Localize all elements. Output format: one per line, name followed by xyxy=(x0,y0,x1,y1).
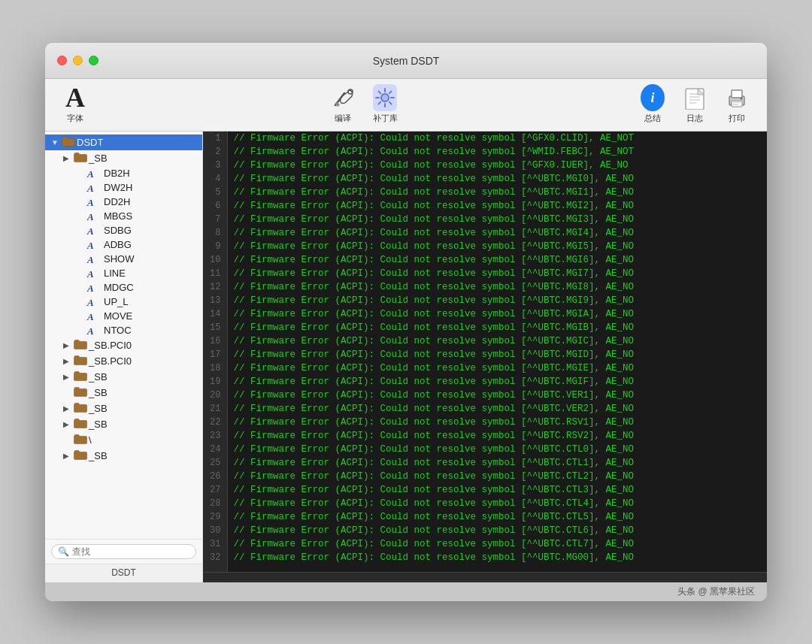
folder-icon xyxy=(74,339,87,352)
folder-icon xyxy=(74,402,87,415)
tree-arrow: ▶ xyxy=(63,420,72,428)
code-line: 4// Firmware Error (ACPI): Could not res… xyxy=(203,172,767,186)
svg-text:A: A xyxy=(86,325,94,336)
code-line: 32// Firmware Error (ACPI): Could not re… xyxy=(203,551,767,564)
tree-item-dsdt[interactable]: ▼ DSDT xyxy=(45,135,202,150)
code-line: 9// Firmware Error (ACPI): Could not res… xyxy=(203,240,767,253)
line-content: // Firmware Error (ACPI): Could not reso… xyxy=(227,416,767,429)
tree-item-label: \ xyxy=(89,434,92,446)
method-icon: A xyxy=(86,183,99,193)
attribution: 头条 @ 黑苹果社区 xyxy=(45,582,767,601)
code-line: 18// Firmware Error (ACPI): Could not re… xyxy=(203,361,767,375)
tree-item-mbgs[interactable]: AMBGS xyxy=(45,209,202,223)
svg-text:A: A xyxy=(86,197,94,207)
line-number: 23 xyxy=(203,429,227,443)
tree-item-sdbg[interactable]: ASDBG xyxy=(45,223,202,237)
tree-item-label: MBGS xyxy=(104,210,132,222)
svg-text:A: A xyxy=(86,254,94,265)
tree-item-sb1[interactable]: ▶ _SB xyxy=(45,150,202,166)
print-label: 打印 xyxy=(729,113,745,124)
code-line: 7// Firmware Error (ACPI): Could not res… xyxy=(203,213,767,226)
line-number: 28 xyxy=(203,497,227,510)
code-line: 1// Firmware Error (ACPI): Could not res… xyxy=(203,132,767,145)
tree-item-label: _SB.PCI0 xyxy=(89,355,132,367)
code-line: 29// Firmware Error (ACPI): Could not re… xyxy=(203,510,767,524)
line-content: // Firmware Error (ACPI): Could not reso… xyxy=(227,470,767,483)
tree-item-adbg[interactable]: AADBG xyxy=(45,237,202,252)
tree-item-sbpci0b[interactable]: ▶ _SB.PCI0 xyxy=(45,353,202,369)
line-number: 9 xyxy=(203,240,227,253)
summary-button[interactable]: i 总结 xyxy=(635,83,671,127)
tree-item-move[interactable]: AMOVE xyxy=(45,309,202,323)
close-button[interactable] xyxy=(57,56,67,65)
print-button[interactable]: 打印 xyxy=(719,83,755,127)
search-icon: 🔍 xyxy=(58,546,69,557)
code-line: 24// Firmware Error (ACPI): Could not re… xyxy=(203,443,767,456)
line-content xyxy=(227,564,767,572)
tree-item-show[interactable]: ASHOW xyxy=(45,252,202,266)
method-icon: A xyxy=(86,325,99,336)
tree-item-sbpci0a[interactable]: ▶ _SB.PCI0 xyxy=(45,337,202,353)
code-line: 21// Firmware Error (ACPI): Could not re… xyxy=(203,402,767,416)
code-line: 26// Firmware Error (ACPI): Could not re… xyxy=(203,470,767,483)
font-label: 字体 xyxy=(67,113,83,124)
traffic-lights xyxy=(57,56,98,65)
tree-item-db2h[interactable]: ADB2H xyxy=(45,166,202,180)
code-scroll[interactable]: 1// Firmware Error (ACPI): Could not res… xyxy=(203,132,767,572)
tree-item-ntoc[interactable]: ANTOC xyxy=(45,323,202,337)
tree-item-up_l[interactable]: AUP_L xyxy=(45,295,202,309)
line-number: 5 xyxy=(203,186,227,199)
line-content: // Firmware Error (ACPI): Could not reso… xyxy=(227,213,767,226)
tree-item-label: MDGC xyxy=(104,282,134,293)
tree-item-sb6[interactable]: ▶ _SB xyxy=(45,448,202,464)
code-table: 1// Firmware Error (ACPI): Could not res… xyxy=(203,132,767,572)
tree-item-sb4[interactable]: ▶ _SB xyxy=(45,401,202,416)
maximize-button[interactable] xyxy=(89,56,98,65)
search-input[interactable] xyxy=(72,546,189,557)
printer-icon xyxy=(725,86,749,110)
tree-item-label: MOVE xyxy=(104,310,132,322)
line-content: // Firmware Error (ACPI): Could not reso… xyxy=(227,186,767,199)
tree-item-backslash[interactable]: \ xyxy=(45,432,202,448)
code-line: 28// Firmware Error (ACPI): Could not re… xyxy=(203,497,767,510)
tree-item-dd2h[interactable]: ADD2H xyxy=(45,195,202,209)
method-icon: A xyxy=(86,311,99,322)
line-content: // Firmware Error (ACPI): Could not reso… xyxy=(227,443,767,456)
code-line: 17// Firmware Error (ACPI): Could not re… xyxy=(203,348,767,361)
tree-item-sb3[interactable]: _SB xyxy=(45,385,202,401)
svg-text:A: A xyxy=(86,168,94,179)
method-icon: A xyxy=(86,268,99,279)
line-content: // Firmware Error (ACPI): Could not reso… xyxy=(227,551,767,564)
line-content: // Firmware Error (ACPI): Could not reso… xyxy=(227,132,767,145)
font-button[interactable]: A 字体 xyxy=(57,83,93,127)
patchlib-button[interactable]: 补丁库 xyxy=(367,83,404,127)
tree-item-sb5[interactable]: ▶ _SB xyxy=(45,416,202,432)
folder-icon xyxy=(74,418,87,431)
tree-arrow: ▶ xyxy=(63,341,72,349)
tree-item-label: _SB xyxy=(89,387,108,398)
line-content: // Firmware Error (ACPI): Could not reso… xyxy=(227,226,767,240)
tree-item-label: _SB xyxy=(89,403,108,414)
tree-item-mdgc[interactable]: AMDGC xyxy=(45,280,202,295)
folder-icon xyxy=(62,136,75,149)
wrench-screwdriver-icon xyxy=(331,86,355,110)
tree-item-sb2[interactable]: ▶ _SB xyxy=(45,369,202,385)
line-content: // Firmware Error (ACPI): Could not reso… xyxy=(227,402,767,416)
minimize-button[interactable] xyxy=(73,56,83,65)
log-button[interactable]: 日志 xyxy=(677,83,713,127)
font-icon: A xyxy=(63,86,87,110)
folder-icon xyxy=(74,355,87,367)
line-content: // Firmware Error (ACPI): Could not reso… xyxy=(227,537,767,551)
tree-item-dw2h[interactable]: ADW2H xyxy=(45,180,202,195)
line-number: 10 xyxy=(203,253,227,267)
tree-item-label: LINE xyxy=(104,268,126,279)
line-number: 24 xyxy=(203,443,227,456)
code-line: 15// Firmware Error (ACPI): Could not re… xyxy=(203,321,767,334)
line-number: 7 xyxy=(203,213,227,226)
code-line: 25// Firmware Error (ACPI): Could not re… xyxy=(203,456,767,470)
tree-item-line[interactable]: ALINE xyxy=(45,266,202,280)
method-icon: A xyxy=(86,211,99,222)
compile-button[interactable]: 编译 xyxy=(325,83,361,127)
log-label: 日志 xyxy=(686,113,703,124)
code-editor: 1// Firmware Error (ACPI): Could not res… xyxy=(203,132,767,582)
